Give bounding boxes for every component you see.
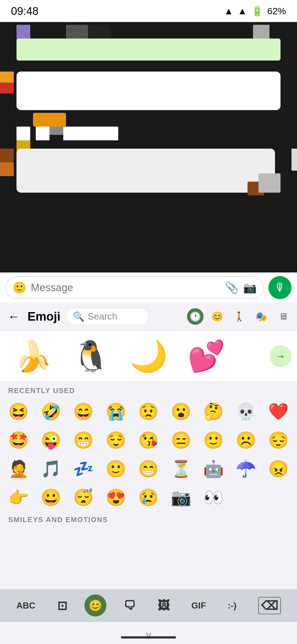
emoji-thinking[interactable]: 🤔 [198,398,229,425]
recent-emoji-grid: 😆 🤣 😄 😭 😟 😮 🤔 💀 ❤️ 🤩 😜 😁 😌 😘 😑 🙂 ☹️ 😔 🤦 … [0,398,297,511]
emoji-keyboard-button[interactable]: 😊 [84,594,106,616]
featured-emoji-row: 🍌 🐧 🌙 💕 → [0,331,297,381]
green-message-bar [16,39,280,61]
emoji-eyes[interactable]: 👀 [198,484,229,511]
emoji-grin[interactable]: 😁 [68,426,99,454]
battery-text: 62% [267,6,286,17]
emoji-title: Emoji [28,310,61,323]
next-arrow[interactable]: → [270,345,292,367]
emoji-search-box[interactable]: 🔍 Search [66,308,148,325]
emoji-grinning2[interactable]: 😁 [133,455,164,482]
recently-used-label: RECENTLY USED [0,381,297,398]
clipboard-button[interactable]: ⊡ [53,594,72,616]
featured-emoji-1[interactable]: 🍌 [6,334,61,378]
emoji-cry[interactable]: 😢 [133,484,164,511]
emoji-worried[interactable]: 😟 [133,398,164,425]
category-smileys[interactable]: 😊 [209,308,226,325]
message-input-container[interactable]: 🙂 📎 📷 [6,277,264,299]
emoji-pensive[interactable]: 😔 [263,426,294,454]
emoji-melting[interactable]: 🙂 [198,426,229,454]
camera-button[interactable]: 📷 [243,281,257,294]
delete-icon: ⌫ [258,597,281,614]
delete-button[interactable]: ⌫ [254,594,285,616]
emoji-winking-tongue[interactable]: 😜 [35,426,67,454]
emoji-smiley[interactable]: 😀 [35,484,67,511]
emoji-surprised[interactable]: 😮 [165,398,197,425]
emoji-laughing[interactable]: 😆 [3,398,34,425]
category-recent[interactable]: 🕐 [187,308,204,325]
gif-sticker-icon: 🖼 [158,599,170,612]
emoji-music[interactable]: 🎵 [35,455,67,482]
emoji-button[interactable]: 🙂 [13,281,26,294]
emoji-relieved[interactable]: 😌 [100,426,132,454]
chat-bubble-3 [16,149,275,193]
status-time: 09:48 [11,5,38,17]
emoji-angry[interactable]: 😠 [263,455,294,482]
chevron-down-icon[interactable]: ∨ [145,630,152,641]
featured-emoji-4[interactable]: 💕 [179,334,234,378]
emoji-rofl[interactable]: 🤣 [35,398,67,425]
emoji-zzz[interactable]: 💤 [68,455,99,482]
status-bar: 09:48 ▲ ▲ 🔋 62% [0,0,297,22]
abc-button[interactable]: ABC [12,594,40,616]
emoji-crying[interactable]: 😭 [100,398,132,425]
emoji-header: ← Emoji 🔍 Search 🕐 😊 🚶 🎭 🖥 [0,303,297,330]
category-people[interactable]: 🚶 [231,308,248,325]
chat-bubble-1 [16,72,280,110]
emoji-frown[interactable]: ☹️ [230,426,262,454]
mic-button[interactable]: 🎙 [268,276,292,299]
battery-icon: 🔋 [251,6,263,17]
featured-emoji-2[interactable]: 🐧 [63,334,118,378]
emoji-umbrella[interactable]: ☂️ [230,455,262,482]
home-indicator [121,636,176,638]
emoji-expressionless[interactable]: 😑 [165,426,197,454]
emoji-point-right[interactable]: 👉 [3,484,34,511]
emoji-heart[interactable]: ❤️ [263,398,294,425]
emoji-categories: 🕐 😊 🚶 🎭 🖥 [187,308,292,325]
search-placeholder: Search [88,311,117,322]
wifi-icon: ▲ [224,6,233,17]
gif-sticker-button[interactable]: 🖼 [153,594,174,616]
orange-block [33,113,66,127]
emoji-keyboard: ← Emoji 🔍 Search 🕐 😊 🚶 🎭 🖥 🍌 🐧 🌙 💕 → REC… [0,303,297,644]
signal-icon: ▲ [238,6,247,17]
sticker-button[interactable]: 🗨 [119,594,140,616]
category-objects[interactable]: 🖥 [275,308,292,325]
keyboard-toolbar: ABC ⊡ 😊 🗨 🖼 GIF :-) ⌫ [0,589,297,622]
sticker-icon: 🗨 [124,599,136,612]
featured-emoji-3[interactable]: 🌙 [121,334,176,378]
category-activities[interactable]: 🎭 [253,308,270,325]
clipboard-icon: ⊡ [57,599,67,613]
emoji-robot[interactable]: 🤖 [198,455,229,482]
search-icon: 🔍 [73,311,84,322]
message-input[interactable] [31,282,221,294]
emoji-sleeping[interactable]: 😴 [68,484,99,511]
text-emoticon-button[interactable]: :-) [223,594,241,616]
message-bar: 🙂 📎 📷 🎙 [0,272,297,303]
emoji-kiss[interactable]: 😘 [133,426,164,454]
gray-block [258,173,280,193]
gif-button[interactable]: GIF [187,594,210,616]
emoji-hourglass[interactable]: ⏳ [165,455,197,482]
emoji-grinning[interactable]: 😄 [68,398,99,425]
emoji-heart-eyes[interactable]: 😍 [100,484,132,511]
emoji-smile[interactable]: 🙂 [100,455,132,482]
emoji-camera[interactable]: 📷 [165,484,197,511]
back-button[interactable]: ← [6,308,22,325]
smileys-label: SMILEYS AND EMOTIONS [0,511,297,524]
emoji-facepalm[interactable]: 🤦 [3,455,34,482]
attach-button[interactable]: 📎 [225,281,239,294]
status-icons: ▲ ▲ 🔋 62% [224,6,286,17]
emoji-star-eyes[interactable]: 🤩 [3,426,34,454]
emoji-skull[interactable]: 💀 [230,398,262,425]
chat-area [0,22,297,275]
